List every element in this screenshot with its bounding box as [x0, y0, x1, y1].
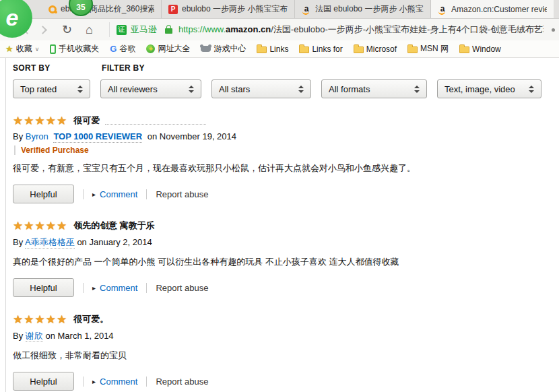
tab-amazon-product[interactable]: a 法国 ebulobo 一步两步 小熊宝宝	[295, 0, 431, 18]
report-abuse-link[interactable]: Report abuse	[156, 377, 208, 387]
favorites-star-icon: ★	[5, 44, 13, 54]
report-abuse-link[interactable]: Report abuse	[156, 283, 208, 293]
five-stars-icon: ★★★★★	[13, 314, 67, 325]
folder-icon	[459, 46, 469, 53]
filter-labels-row: SORT BY FILTER BY	[13, 63, 559, 73]
p-site-icon: P	[168, 5, 178, 14]
phone-icon	[50, 44, 56, 54]
site-directory-icon: +	[146, 44, 155, 53]
bookmarks-bar: ★ 收藏 ∨ 手机收藏夹 G 谷歌 + 网址大全 游戏中心 Links Link…	[0, 40, 559, 58]
divider	[83, 189, 84, 199]
bookmark-folder-msn[interactable]: MSN 网	[407, 43, 449, 55]
select-arrows-icon	[414, 86, 420, 93]
review-byline: By A乖乖格格巫 on January 2, 2014	[13, 236, 559, 249]
folder-icon	[257, 46, 267, 53]
bookmark-google[interactable]: G 谷歌	[110, 43, 135, 55]
review-item: ★★★★★ 很可爱。 By 谢欣 on March 1, 2014 做工很细致，…	[13, 313, 559, 391]
format-filter-select[interactable]: All formats	[321, 79, 427, 98]
gamepad-icon	[201, 46, 211, 52]
review-actions: Helpful ▸ Comment Report abuse	[13, 278, 559, 297]
divider	[146, 377, 147, 387]
amazon-icon: a	[302, 5, 311, 14]
bookmark-folder-links-for[interactable]: Links for	[299, 44, 342, 54]
tab-title: 法国 ebulobo 一步两步 小熊宝宝	[315, 3, 424, 15]
forward-icon[interactable]	[38, 26, 47, 34]
reviewer-link[interactable]: Byron	[26, 131, 48, 141]
review-title: 很可爱。	[73, 313, 108, 325]
review-text: 做工很细致，非常耐看的宝贝	[13, 350, 559, 362]
select-arrows-icon	[189, 86, 194, 93]
comment-arrow-icon: ▸	[92, 378, 96, 385]
divider	[83, 377, 84, 387]
browser-chrome: e 35 ebulobo商品比价_360搜索 P ebulobo 一步两步 小熊…	[0, 0, 559, 58]
tab-title: ebulobo 一步两步 小熊宝宝布娃娃	[182, 3, 288, 15]
bookmark-site-directory[interactable]: + 网址大全	[146, 43, 190, 55]
reviewer-link[interactable]: 谢欣	[26, 331, 43, 342]
tab-title: Amazon.cn:Customer reviews:	[451, 5, 547, 14]
verified-purchase-badge: Verified Purchase	[14, 145, 559, 155]
helpful-button[interactable]: Helpful	[13, 372, 74, 391]
bookmark-folder-microsoft[interactable]: Microsof	[354, 44, 397, 54]
folder-icon	[299, 46, 309, 53]
divider	[146, 283, 147, 293]
comment-link[interactable]: Comment	[100, 377, 137, 387]
bookmark-folder-links[interactable]: Links	[257, 44, 288, 54]
helpful-button[interactable]: Helpful	[13, 185, 74, 203]
bookmark-mobile-favorites[interactable]: 手机收藏夹	[50, 43, 99, 55]
helpful-button[interactable]: Helpful	[13, 278, 74, 297]
home-icon[interactable]: ⌂	[86, 24, 93, 36]
url-text: https://www.amazon.cn/法国-ebulobo-一步两步-小熊…	[178, 24, 544, 36]
review-date: on November 19, 2014	[147, 131, 236, 141]
media-filter-select[interactable]: Text, image, video	[437, 79, 541, 98]
divider	[146, 189, 147, 199]
bookmark-favorites[interactable]: ★ 收藏 ∨	[5, 43, 39, 55]
folder-icon	[354, 46, 364, 53]
filter-by-label: FILTER BY	[102, 63, 145, 73]
folder-icon	[407, 46, 418, 53]
select-arrows-icon	[77, 86, 83, 93]
review-date: on January 2, 2014	[77, 237, 152, 247]
reviewer-rank-badge[interactable]: TOP 1000 REVIEWER	[53, 131, 142, 143]
review-date: on March 1, 2014	[45, 331, 113, 341]
site-name-label: 亚马逊	[131, 24, 157, 36]
amazon-icon: a	[438, 5, 447, 14]
url-overflow-dot-icon[interactable]	[552, 28, 555, 32]
reviewer-link[interactable]: A乖乖格格巫	[25, 237, 75, 249]
address-bar[interactable]: 证 亚马逊 https://www.amazon.cn/法国-ebulobo-一…	[109, 22, 559, 37]
dotted-underline	[105, 117, 206, 125]
bookmark-folder-window[interactable]: Window	[459, 44, 501, 54]
review-text: 真的是个很好的产品 一个简单的小熊 可以衍生出各种有趣的玩具 不止小孩子喜欢 连…	[13, 256, 559, 268]
bookmark-game-center[interactable]: 游戏中心	[201, 43, 246, 55]
five-stars-icon: ★★★★★	[13, 220, 67, 232]
review-byline: By Byron TOP 1000 REVIEWER on November 1…	[13, 131, 559, 141]
360-search-icon	[48, 5, 57, 13]
star-filter-select[interactable]: All stars	[211, 79, 311, 98]
reviewer-filter-select[interactable]: All reviewers	[100, 79, 201, 98]
comment-link[interactable]: Comment	[100, 283, 137, 293]
review-text: 很可爱，有新意，宝宝只有五个月，现在最喜欢玩那只小松鼠，估计再大点就会对小鸟和小…	[13, 162, 559, 174]
five-stars-icon: ★★★★★	[13, 115, 67, 127]
tab-amazon-reviews-active[interactable]: a Amazon.cn:Customer reviews:	[431, 0, 554, 18]
report-abuse-link[interactable]: Report abuse	[156, 189, 208, 199]
filter-selects-row: Top rated All reviewers All stars All fo…	[13, 79, 559, 98]
reviews-page: SORT BY FILTER BY Top rated All reviewer…	[5, 58, 559, 392]
google-icon: G	[110, 44, 117, 54]
comment-arrow-icon: ▸	[92, 284, 96, 292]
review-actions: Helpful ▸ Comment Report abuse	[13, 185, 559, 203]
review-item: ★★★★★ 领先的创意 寓教于乐 By A乖乖格格巫 on January 2,…	[13, 220, 559, 297]
divider	[83, 283, 84, 293]
refresh-icon[interactable]: ↻	[62, 24, 72, 36]
sort-by-label: SORT BY	[13, 63, 102, 73]
comment-arrow-icon: ▸	[92, 191, 96, 198]
https-lock-icon	[165, 28, 172, 34]
comment-link[interactable]: Comment	[100, 189, 137, 199]
site-cert-badge: 证	[117, 25, 127, 35]
sort-select[interactable]: Top rated	[13, 79, 90, 98]
review-title: 领先的创意 寓教于乐	[73, 220, 155, 232]
tab-360-search[interactable]: ebulobo商品比价_360搜索	[42, 0, 162, 18]
review-item: ★★★★★ 很可爱 By Byron TOP 1000 REVIEWER on …	[13, 115, 559, 203]
chevron-down-icon: ∨	[35, 46, 40, 53]
tab-product-page[interactable]: P ebulobo 一步两步 小熊宝宝布娃娃	[162, 0, 295, 18]
review-title: 很可爱	[73, 115, 100, 127]
select-arrows-icon	[529, 86, 534, 93]
